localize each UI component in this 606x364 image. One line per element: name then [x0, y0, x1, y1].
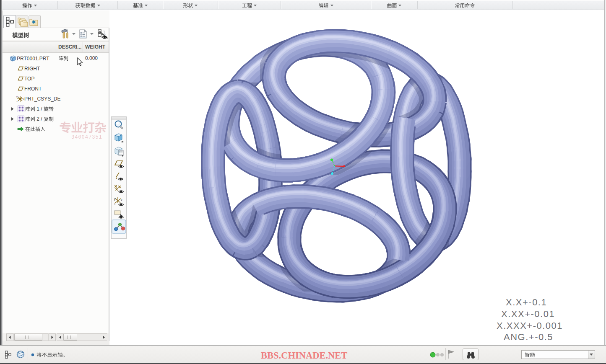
- svg-text:X.XXX+-0.001: X.XXX+-0.001: [497, 320, 563, 331]
- svg-text:z: z: [16, 100, 18, 103]
- svg-text:2 /: 2 /: [35, 116, 44, 122]
- svg-text:y: y: [114, 197, 116, 201]
- svg-text:ANG.+-0.5: ANG.+-0.5: [504, 332, 553, 342]
- svg-text:1 /: 1 /: [35, 106, 44, 112]
- svg-text:X.X+-0.1: X.X+-0.1: [506, 297, 547, 307]
- svg-text:z: z: [114, 202, 116, 205]
- svg-text:y: y: [16, 96, 18, 98]
- svg-text:x: x: [121, 199, 122, 201]
- svg-text:340047351: 340047351: [71, 134, 102, 140]
- svg-text:X.XX+-0.01: X.XX+-0.01: [501, 309, 555, 319]
- svg-text:x: x: [23, 98, 24, 100]
